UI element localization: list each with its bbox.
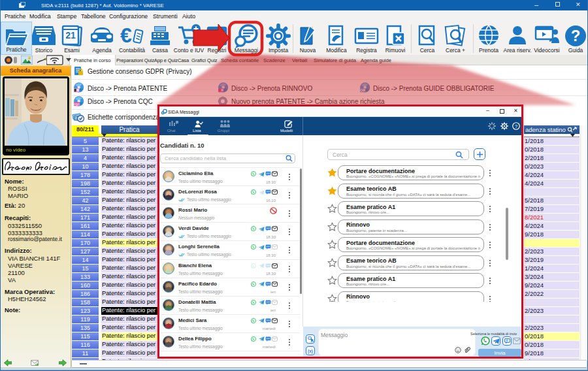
svg-text:21: 21 [65,30,76,40]
svg-text:CQC: CQC [74,103,80,106]
svg-text:?: ? [515,123,518,129]
svg-text:?: ? [571,27,581,44]
svg-text:€: € [120,24,132,47]
